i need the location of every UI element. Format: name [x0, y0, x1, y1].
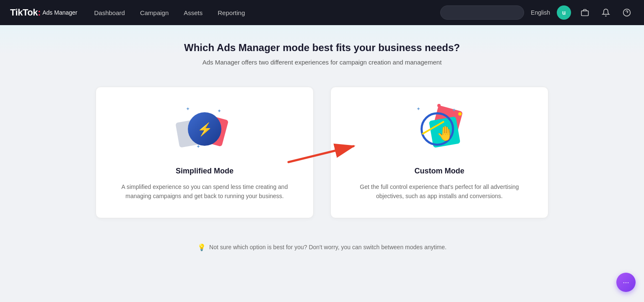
- hero-title: Which Ads Manager mode best fits your bu…: [0, 42, 644, 54]
- nav-campaign[interactable]: Campaign: [140, 8, 169, 18]
- navbar-right: English u: [440, 5, 634, 20]
- brand-logo[interactable]: TikTok: Ads Manager: [10, 7, 77, 18]
- simplified-mode-title: Simplified Mode: [176, 167, 234, 176]
- custom-star-2: ✦: [452, 107, 456, 113]
- simplified-mode-desc: A simplified experience so you can spend…: [113, 182, 296, 201]
- custom-mode-desc: Get the full control experience that's p…: [348, 182, 531, 201]
- simplified-mode-card[interactable]: ⚡ ✦ ✦ ✦ Simplified Mode A simplified exp…: [96, 87, 314, 218]
- chat-icon: ···: [623, 278, 629, 287]
- nav-reporting[interactable]: Reporting: [218, 8, 245, 18]
- nav-assets[interactable]: Assets: [184, 8, 203, 18]
- help-icon[interactable]: [620, 5, 634, 20]
- briefcase-icon[interactable]: [578, 5, 592, 20]
- bell-icon[interactable]: [599, 5, 613, 20]
- lightbulb-icon: 💡: [197, 243, 206, 251]
- star-icon-1: ✦: [186, 106, 190, 112]
- hero-section: Which Ads Manager mode best fits your bu…: [0, 25, 644, 74]
- cards-section: ⚡ ✦ ✦ ✦ Simplified Mode A simplified exp…: [0, 74, 644, 235]
- custom-mode-card[interactable]: 🤚 ✦ ✦ Custom Mode Get the full control e…: [330, 87, 548, 218]
- bottom-note-section: 💡 Not sure which option is best for you?…: [0, 235, 644, 264]
- svg-rect-0: [582, 11, 589, 16]
- custom-illustration: 🤚 ✦ ✦: [408, 104, 471, 158]
- custom-star-1: ✦: [416, 106, 421, 112]
- nav-links: Dashboard Campaign Assets Reporting: [94, 8, 440, 18]
- search-input[interactable]: [440, 5, 524, 20]
- hero-subtitle: Ads Manager offers two different experie…: [0, 59, 644, 66]
- star-icon-2: ✦: [217, 108, 221, 114]
- avatar[interactable]: u: [557, 5, 571, 20]
- nav-dashboard[interactable]: Dashboard: [94, 8, 125, 18]
- hand-icon: 🤚: [436, 125, 454, 142]
- brand-tiktok-text: TikTok: [10, 7, 38, 18]
- chat-widget[interactable]: ···: [616, 273, 636, 292]
- language-selector[interactable]: English: [531, 9, 550, 16]
- navbar: TikTok: Ads Manager Dashboard Campaign A…: [0, 0, 644, 25]
- simplified-illustration: ⚡ ✦ ✦ ✦: [173, 104, 236, 158]
- bottom-note-text: Not sure which option is best for you? D…: [209, 244, 447, 250]
- brand-colon: :: [38, 7, 41, 18]
- lightning-icon: ⚡: [197, 122, 213, 137]
- brand-ads-text: Ads Manager: [42, 9, 77, 16]
- star-icon-3: ✦: [196, 144, 200, 150]
- custom-mode-title: Custom Mode: [415, 167, 465, 176]
